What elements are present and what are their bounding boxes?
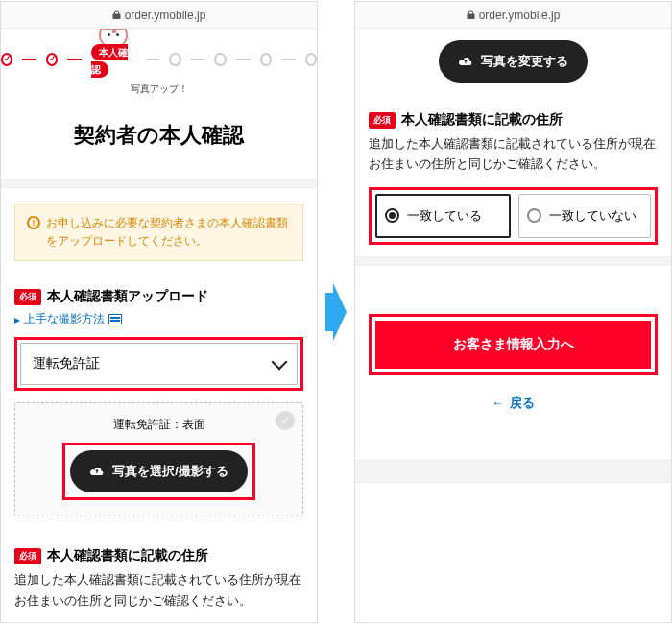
arrow-left-icon: ← — [492, 396, 504, 410]
stepper-subtitle: 写真アップ！ — [1, 83, 317, 96]
next-button[interactable]: お客さま情報入力へ — [375, 321, 651, 369]
upload-card: ✓ 運転免許証：表面 写真を選択/撮影する — [14, 402, 303, 516]
flow-arrow-icon — [325, 283, 347, 341]
back-link[interactable]: ←戻る — [355, 375, 671, 431]
address-heading: 本人確認書類に記載の住所 — [47, 547, 208, 564]
chevron-down-icon — [272, 354, 288, 371]
radio-match[interactable]: 一致している — [375, 194, 511, 238]
url-text: order.ymobile.jp — [125, 9, 206, 22]
required-badge: 必須 — [14, 548, 41, 564]
lock-icon — [112, 10, 121, 20]
page-title: 契約者の本人確認 — [1, 96, 317, 179]
progress-stepper: 本人確認 — [1, 29, 317, 81]
chevron-right-icon: ▸ — [14, 313, 20, 326]
phone-left: order.ymobile.jp 本人確認 写真アップ！ 契約者の本人確認 ! … — [0, 1, 318, 623]
url-text: order.ymobile.jp — [479, 9, 561, 22]
step-badge: 本人確認 — [91, 44, 128, 78]
warning-icon: ! — [27, 216, 40, 229]
address-heading: 本人確認書類に記載の住所 — [401, 111, 563, 129]
document-icon — [108, 314, 122, 324]
address-match-radiogroup: 一致している 一致していない — [369, 187, 658, 245]
check-icon: ✓ — [276, 411, 295, 430]
upload-icon — [89, 467, 105, 477]
required-badge: 必須 — [369, 112, 396, 129]
lock-icon — [467, 10, 475, 20]
notice-text: お申し込みに必要な契約者さまの本人確認書類をアップロードしてください。 — [46, 214, 291, 251]
required-badge: 必須 — [14, 289, 41, 305]
url-bar: order.ymobile.jp — [1, 2, 317, 29]
upload-heading: 本人確認書類アップロード — [47, 288, 208, 305]
radio-icon — [527, 208, 541, 223]
capture-photo-button[interactable]: 写真を選択/撮影する — [70, 450, 248, 492]
svg-marker-0 — [325, 283, 347, 341]
radio-icon — [385, 208, 399, 223]
url-bar: order.ymobile.jp — [355, 2, 671, 29]
card-title: 運転免許証：表面 — [31, 417, 287, 433]
notice-banner: ! お申し込みに必要な契約者さまの本人確認書類をアップロードしてください。 — [14, 204, 303, 261]
document-type-select[interactable]: 運転免許証 — [20, 343, 298, 385]
address-desc: 追加した本人確認書類に記載されている住所が現在お住まいの住所と同じかご確認くださ… — [14, 570, 303, 612]
photo-tips-link[interactable]: ▸ 上手な撮影方法 — [14, 311, 303, 327]
radio-nomatch[interactable]: 一致していない — [518, 194, 652, 238]
address-desc: 追加した本人確認書類に記載されている住所が現在お住まいの住所と同じかご確認くださ… — [369, 134, 658, 176]
change-photo-button[interactable]: 写真を変更する — [439, 40, 588, 83]
upload-icon — [458, 57, 473, 67]
phone-right: order.ymobile.jp 写真を変更する 必須 本人確認書類に記載の住所… — [354, 1, 672, 623]
